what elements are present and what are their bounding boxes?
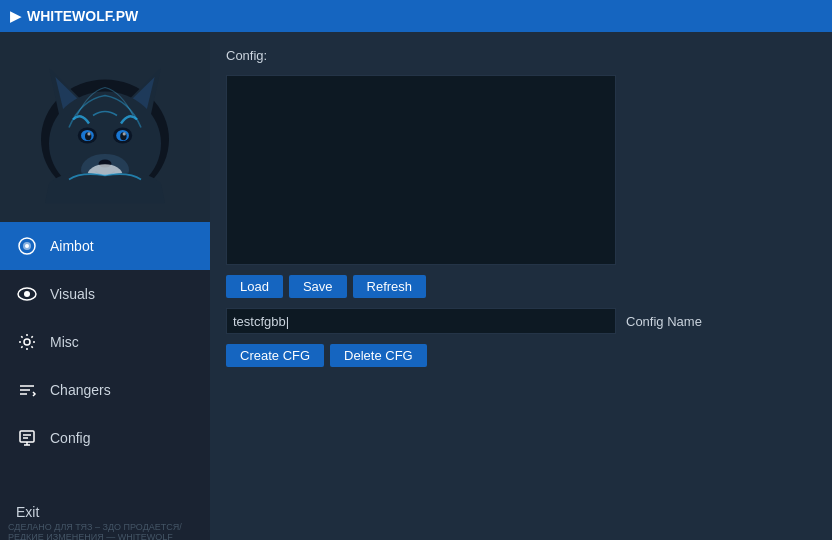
cursor-icon: ▶ (10, 8, 21, 24)
config-name-input[interactable] (226, 308, 616, 334)
misc-label: Misc (50, 334, 79, 350)
config-icon (16, 427, 38, 449)
logo-area (0, 32, 210, 222)
bottom-label: СДЕЛАНО ДЛЯ ТЯЗ – ЗДО ПРОДАЕТСЯ/РЕДКИЕ И… (8, 522, 202, 540)
misc-icon (16, 331, 38, 353)
aimbot-label: Aimbot (50, 238, 94, 254)
load-button[interactable]: Load (226, 275, 283, 298)
config-name-label: Config Name (626, 314, 702, 329)
visuals-label: Visuals (50, 286, 95, 302)
changers-label: Changers (50, 382, 111, 398)
visuals-icon (16, 283, 38, 305)
config-label: Config: (226, 48, 816, 63)
bottom-status-text: СДЕЛАНО ДЛЯ ТЯЗ – ЗДО ПРОДАЕТСЯ/РЕДКИЕ И… (0, 524, 210, 540)
main-layout: Aimbot Visuals Misc (0, 32, 832, 540)
aimbot-icon (16, 235, 38, 257)
sidebar-item-changers[interactable]: Changers (0, 366, 210, 414)
sidebar: Aimbot Visuals Misc (0, 32, 210, 540)
nav-list: Aimbot Visuals Misc (0, 222, 210, 462)
refresh-button[interactable]: Refresh (353, 275, 427, 298)
cfg-button-row: Create CFG Delete CFG (226, 344, 816, 367)
create-cfg-button[interactable]: Create CFG (226, 344, 324, 367)
svg-point-21 (24, 291, 30, 297)
sidebar-item-visuals[interactable]: Visuals (0, 270, 210, 318)
save-button[interactable]: Save (289, 275, 347, 298)
svg-point-22 (24, 339, 30, 345)
content-area: Config: Load Save Refresh Config Name Cr… (210, 32, 832, 540)
svg-point-13 (87, 132, 90, 135)
sidebar-item-aimbot[interactable]: Aimbot (0, 222, 210, 270)
title-bar: ▶ WHITEWOLF.PW (0, 0, 832, 32)
svg-point-14 (123, 132, 126, 135)
app-title: WHITEWOLF.PW (27, 8, 138, 24)
button-row: Load Save Refresh (226, 275, 816, 298)
config-name-row: Config Name (226, 308, 816, 334)
svg-rect-23 (20, 431, 34, 442)
config-textarea[interactable] (226, 75, 616, 265)
exit-area: Exit (0, 504, 210, 520)
svg-point-19 (25, 244, 29, 248)
delete-cfg-button[interactable]: Delete CFG (330, 344, 427, 367)
sidebar-item-misc[interactable]: Misc (0, 318, 210, 366)
wolf-logo (25, 45, 185, 210)
exit-button[interactable]: Exit (16, 504, 39, 520)
changers-icon (16, 379, 38, 401)
sidebar-item-config[interactable]: Config (0, 414, 210, 462)
config-label-nav: Config (50, 430, 90, 446)
